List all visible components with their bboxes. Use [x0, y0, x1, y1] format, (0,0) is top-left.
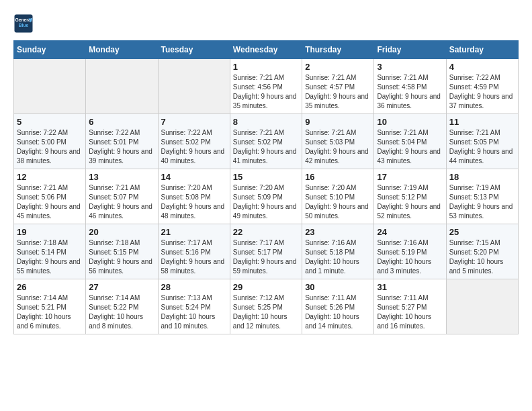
day-number: 28	[161, 282, 227, 292]
day-info: Sunrise: 7:15 AM Sunset: 5:20 PM Dayligh…	[449, 238, 515, 276]
calendar-cell: 24Sunrise: 7:16 AM Sunset: 5:19 PM Dayli…	[374, 224, 446, 279]
day-number: 18	[449, 172, 515, 182]
day-info: Sunrise: 7:22 AM Sunset: 5:02 PM Dayligh…	[161, 128, 227, 166]
day-info: Sunrise: 7:11 AM Sunset: 5:26 PM Dayligh…	[305, 293, 371, 331]
day-info: Sunrise: 7:22 AM Sunset: 4:59 PM Dayligh…	[449, 73, 515, 111]
calendar-cell: 22Sunrise: 7:17 AM Sunset: 5:17 PM Dayli…	[230, 224, 302, 279]
calendar-cell: 17Sunrise: 7:19 AM Sunset: 5:12 PM Dayli…	[374, 169, 446, 224]
calendar-cell: 12Sunrise: 7:21 AM Sunset: 5:06 PM Dayli…	[14, 169, 86, 224]
calendar-cell: 15Sunrise: 7:20 AM Sunset: 5:09 PM Dayli…	[230, 169, 302, 224]
calendar-cell: 26Sunrise: 7:14 AM Sunset: 5:21 PM Dayli…	[14, 279, 86, 334]
calendar-cell: 27Sunrise: 7:14 AM Sunset: 5:22 PM Dayli…	[86, 279, 158, 334]
day-info: Sunrise: 7:22 AM Sunset: 5:01 PM Dayligh…	[89, 128, 154, 166]
calendar-cell: 23Sunrise: 7:16 AM Sunset: 5:18 PM Dayli…	[302, 224, 374, 279]
calendar-cell	[14, 59, 86, 114]
day-info: Sunrise: 7:16 AM Sunset: 5:19 PM Dayligh…	[377, 238, 443, 276]
logo: General Blue	[13, 13, 34, 34]
day-headers-row: SundayMondayTuesdayWednesdayThursdayFrid…	[14, 41, 519, 59]
week-row-2: 12Sunrise: 7:21 AM Sunset: 5:06 PM Dayli…	[14, 169, 519, 224]
calendar-cell: 31Sunrise: 7:11 AM Sunset: 5:27 PM Dayli…	[374, 279, 446, 334]
day-info: Sunrise: 7:21 AM Sunset: 5:02 PM Dayligh…	[233, 128, 299, 166]
calendar-cell: 28Sunrise: 7:13 AM Sunset: 5:24 PM Dayli…	[158, 279, 230, 334]
day-number: 25	[449, 227, 515, 237]
day-number: 22	[233, 227, 299, 237]
day-header-tuesday: Tuesday	[158, 41, 230, 59]
calendar-cell: 16Sunrise: 7:20 AM Sunset: 5:10 PM Dayli…	[302, 169, 374, 224]
day-info: Sunrise: 7:21 AM Sunset: 4:56 PM Dayligh…	[233, 73, 299, 111]
calendar-cell: 8Sunrise: 7:21 AM Sunset: 5:02 PM Daylig…	[230, 114, 302, 169]
day-number: 9	[305, 117, 371, 127]
day-header-monday: Monday	[86, 41, 158, 59]
day-header-wednesday: Wednesday	[230, 41, 302, 59]
day-info: Sunrise: 7:20 AM Sunset: 5:09 PM Dayligh…	[233, 183, 299, 221]
day-info: Sunrise: 7:19 AM Sunset: 5:13 PM Dayligh…	[449, 183, 515, 221]
day-info: Sunrise: 7:21 AM Sunset: 5:03 PM Dayligh…	[305, 128, 371, 166]
svg-text:Blue: Blue	[19, 23, 29, 28]
day-number: 10	[377, 117, 443, 127]
day-number: 30	[305, 282, 371, 292]
day-number: 5	[17, 117, 83, 127]
day-info: Sunrise: 7:17 AM Sunset: 5:16 PM Dayligh…	[161, 238, 227, 276]
day-number: 13	[89, 172, 154, 182]
day-number: 24	[377, 227, 443, 237]
day-info: Sunrise: 7:21 AM Sunset: 4:58 PM Dayligh…	[377, 73, 443, 111]
week-row-3: 19Sunrise: 7:18 AM Sunset: 5:14 PM Dayli…	[14, 224, 519, 279]
day-info: Sunrise: 7:21 AM Sunset: 4:57 PM Dayligh…	[305, 73, 371, 111]
day-number: 21	[161, 227, 227, 237]
day-number: 2	[305, 62, 371, 72]
day-info: Sunrise: 7:18 AM Sunset: 5:14 PM Dayligh…	[17, 238, 83, 276]
day-info: Sunrise: 7:20 AM Sunset: 5:10 PM Dayligh…	[305, 183, 371, 221]
calendar-cell: 10Sunrise: 7:21 AM Sunset: 5:04 PM Dayli…	[374, 114, 446, 169]
day-info: Sunrise: 7:14 AM Sunset: 5:21 PM Dayligh…	[17, 293, 83, 331]
day-header-sunday: Sunday	[14, 41, 86, 59]
week-row-1: 5Sunrise: 7:22 AM Sunset: 5:00 PM Daylig…	[14, 114, 519, 169]
day-number: 17	[377, 172, 443, 182]
calendar-cell	[86, 59, 158, 114]
calendar-cell: 5Sunrise: 7:22 AM Sunset: 5:00 PM Daylig…	[14, 114, 86, 169]
day-number: 20	[89, 227, 154, 237]
day-number: 6	[89, 117, 154, 127]
day-info: Sunrise: 7:12 AM Sunset: 5:25 PM Dayligh…	[233, 293, 299, 331]
calendar-cell: 7Sunrise: 7:22 AM Sunset: 5:02 PM Daylig…	[158, 114, 230, 169]
day-info: Sunrise: 7:21 AM Sunset: 5:04 PM Dayligh…	[377, 128, 443, 166]
day-info: Sunrise: 7:21 AM Sunset: 5:05 PM Dayligh…	[449, 128, 515, 166]
day-number: 1	[233, 62, 299, 72]
day-number: 31	[377, 282, 443, 292]
day-header-saturday: Saturday	[446, 41, 518, 59]
calendar-cell: 14Sunrise: 7:20 AM Sunset: 5:08 PM Dayli…	[158, 169, 230, 224]
week-row-4: 26Sunrise: 7:14 AM Sunset: 5:21 PM Dayli…	[14, 279, 519, 334]
day-info: Sunrise: 7:16 AM Sunset: 5:18 PM Dayligh…	[305, 238, 371, 276]
day-number: 23	[305, 227, 371, 237]
header: General Blue	[13, 13, 519, 34]
day-number: 12	[17, 172, 83, 182]
day-number: 15	[233, 172, 299, 182]
calendar-cell: 13Sunrise: 7:21 AM Sunset: 5:07 PM Dayli…	[86, 169, 158, 224]
calendar-cell: 21Sunrise: 7:17 AM Sunset: 5:16 PM Dayli…	[158, 224, 230, 279]
day-info: Sunrise: 7:11 AM Sunset: 5:27 PM Dayligh…	[377, 293, 443, 331]
day-info: Sunrise: 7:18 AM Sunset: 5:15 PM Dayligh…	[89, 238, 154, 276]
day-header-friday: Friday	[374, 41, 446, 59]
calendar-cell	[158, 59, 230, 114]
day-info: Sunrise: 7:21 AM Sunset: 5:07 PM Dayligh…	[89, 183, 154, 221]
day-number: 8	[233, 117, 299, 127]
calendar-table: SundayMondayTuesdayWednesdayThursdayFrid…	[13, 40, 519, 334]
calendar-cell: 30Sunrise: 7:11 AM Sunset: 5:26 PM Dayli…	[302, 279, 374, 334]
calendar-cell: 20Sunrise: 7:18 AM Sunset: 5:15 PM Dayli…	[86, 224, 158, 279]
day-number: 26	[17, 282, 83, 292]
calendar-cell: 1Sunrise: 7:21 AM Sunset: 4:56 PM Daylig…	[230, 59, 302, 114]
day-info: Sunrise: 7:17 AM Sunset: 5:17 PM Dayligh…	[233, 238, 299, 276]
day-header-thursday: Thursday	[302, 41, 374, 59]
calendar-cell: 9Sunrise: 7:21 AM Sunset: 5:03 PM Daylig…	[302, 114, 374, 169]
calendar-cell: 29Sunrise: 7:12 AM Sunset: 5:25 PM Dayli…	[230, 279, 302, 334]
day-number: 11	[449, 117, 515, 127]
calendar-cell: 18Sunrise: 7:19 AM Sunset: 5:13 PM Dayli…	[446, 169, 518, 224]
day-number: 3	[377, 62, 443, 72]
calendar-cell: 6Sunrise: 7:22 AM Sunset: 5:01 PM Daylig…	[86, 114, 158, 169]
day-number: 16	[305, 172, 371, 182]
week-row-0: 1Sunrise: 7:21 AM Sunset: 4:56 PM Daylig…	[14, 59, 519, 114]
day-info: Sunrise: 7:13 AM Sunset: 5:24 PM Dayligh…	[161, 293, 227, 331]
logo-icon: General Blue	[13, 13, 34, 34]
day-info: Sunrise: 7:19 AM Sunset: 5:12 PM Dayligh…	[377, 183, 443, 221]
calendar-cell: 11Sunrise: 7:21 AM Sunset: 5:05 PM Dayli…	[446, 114, 518, 169]
calendar-cell	[446, 279, 518, 334]
